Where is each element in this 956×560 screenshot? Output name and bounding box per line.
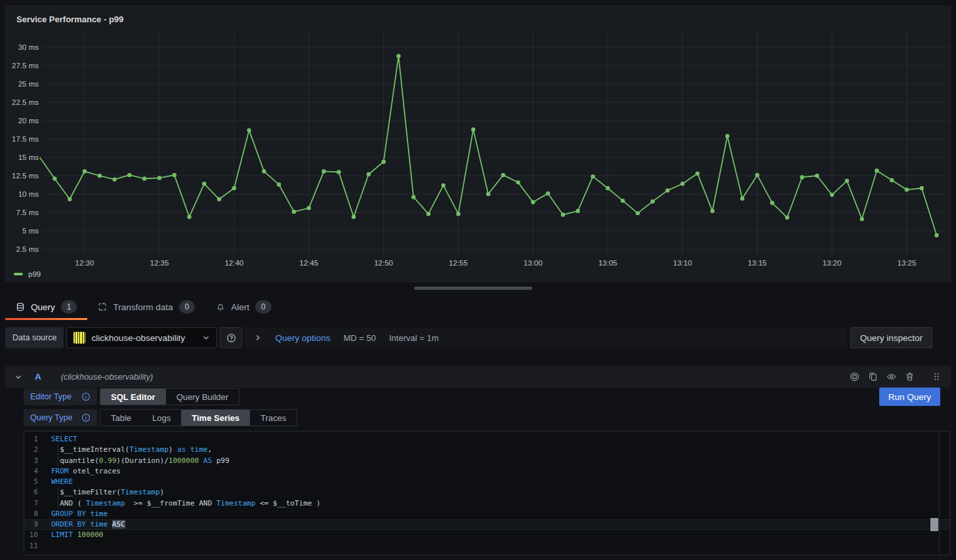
data-point[interactable] (247, 128, 251, 132)
data-point[interactable] (650, 199, 654, 203)
x-tick-label: 13:05 (598, 259, 617, 267)
data-point[interactable] (815, 174, 819, 178)
data-point[interactable] (740, 197, 744, 201)
data-point[interactable] (636, 211, 640, 215)
data-point[interactable] (322, 169, 325, 173)
data-point[interactable] (262, 169, 266, 173)
data-point[interactable] (755, 173, 759, 177)
data-point[interactable] (52, 176, 56, 180)
data-point[interactable] (187, 215, 191, 219)
data-point[interactable] (173, 173, 177, 177)
delete-icon[interactable] (904, 372, 915, 382)
indent-guide (58, 445, 58, 455)
data-point[interactable] (800, 175, 804, 179)
editor-type-option-sql-editor[interactable]: SQL Editor (100, 389, 166, 405)
code-line-content: quantile(0.99)(Duration)/1000000 AS p99 (51, 456, 949, 466)
timeseries-chart[interactable]: 2.5 ms5 ms7.5 ms10 ms12.5 ms15 ms17.5 ms… (6, 6, 950, 281)
data-point[interactable] (665, 188, 669, 192)
data-point[interactable] (860, 217, 863, 221)
run-query-button[interactable]: Run Query (879, 388, 940, 406)
code-line-11: 11 (24, 541, 949, 551)
tab-alert[interactable]: Alert0 (205, 294, 281, 320)
data-point[interactable] (411, 195, 415, 199)
editor-tabs: Query1Transform data0Alert0 (5, 294, 951, 320)
query-inspector-button[interactable]: Query inspector (850, 327, 932, 348)
data-point[interactable] (98, 174, 102, 178)
legend-series-label[interactable]: p99 (28, 270, 41, 278)
data-point[interactable] (680, 182, 684, 186)
duplicate-icon[interactable] (867, 372, 879, 382)
data-point[interactable] (770, 201, 774, 205)
data-point[interactable] (501, 173, 505, 177)
data-point[interactable] (621, 199, 625, 203)
data-point[interactable] (442, 183, 446, 187)
disable-icon[interactable] (849, 372, 860, 382)
data-point[interactable] (576, 209, 580, 213)
data-point[interactable] (83, 169, 87, 173)
query-type-option-traces[interactable]: Traces (250, 410, 297, 426)
data-point[interactable] (561, 212, 565, 216)
editor-type-option-query-builder[interactable]: Query Builder (166, 389, 239, 405)
data-point[interactable] (68, 197, 72, 201)
data-point[interactable] (486, 192, 490, 196)
tab-transform-data[interactable]: Transform data0 (87, 294, 205, 320)
tab-label: Alert (231, 302, 249, 312)
y-tick-label: 20 ms (18, 117, 39, 125)
data-point[interactable] (367, 172, 371, 176)
data-point[interactable] (890, 178, 894, 182)
data-point[interactable] (920, 186, 924, 190)
datasource-picker[interactable]: clickhouse-observability (66, 327, 217, 348)
data-point[interactable] (277, 182, 281, 186)
data-point[interactable] (112, 177, 116, 181)
data-point[interactable] (725, 134, 729, 138)
data-point[interactable] (606, 186, 610, 190)
timeseries-panel: Service Performance - p99 2.5 ms5 ms7.5 … (5, 5, 951, 282)
y-tick-label: 15 ms (18, 153, 39, 161)
chevron-down-icon (202, 334, 210, 342)
data-point[interactable] (292, 210, 296, 214)
data-point[interactable] (845, 179, 849, 183)
hide-icon[interactable] (886, 372, 897, 382)
data-point[interactable] (905, 188, 909, 191)
data-point[interactable] (142, 176, 146, 180)
query-type-option-table[interactable]: Table (100, 410, 142, 426)
data-point[interactable] (591, 174, 594, 178)
info-circle-icon[interactable] (81, 413, 91, 422)
data-point[interactable] (157, 176, 161, 180)
data-point[interactable] (711, 209, 715, 213)
data-point[interactable] (546, 191, 550, 195)
editor-type-row: Editor Type SQL EditorQuery Builder (24, 388, 239, 405)
data-point[interactable] (396, 54, 400, 58)
data-point[interactable] (516, 180, 520, 184)
data-point[interactable] (127, 173, 131, 177)
data-point[interactable] (337, 170, 341, 174)
query-type-option-logs[interactable]: Logs (142, 410, 181, 426)
collapse-chevron-down-icon[interactable] (14, 373, 22, 381)
datasource-help-button[interactable] (220, 327, 242, 348)
data-point[interactable] (352, 215, 356, 219)
data-point[interactable] (785, 216, 789, 220)
data-point[interactable] (232, 186, 236, 190)
data-point[interactable] (531, 200, 535, 204)
info-circle-icon[interactable] (81, 392, 91, 401)
data-point[interactable] (934, 233, 938, 237)
data-point[interactable] (456, 212, 460, 216)
tab-query[interactable]: Query1 (5, 294, 87, 320)
data-point[interactable] (875, 169, 879, 172)
panel-resize-handle[interactable] (414, 287, 532, 290)
data-point[interactable] (202, 182, 206, 186)
data-point[interactable] (426, 212, 430, 216)
clickhouse-logo-icon (73, 332, 85, 344)
data-point[interactable] (830, 193, 834, 197)
data-point[interactable] (471, 127, 475, 131)
query-options-link[interactable]: Query options (275, 333, 330, 343)
sql-code-editor[interactable]: 1SELECT2 $__timeInterval(Timestamp) as t… (24, 431, 950, 555)
query-type-option-time-series[interactable]: Time Series (181, 410, 250, 426)
drag-handle-icon[interactable] (932, 372, 942, 382)
data-point[interactable] (696, 171, 699, 175)
data-point[interactable] (307, 206, 311, 210)
chevron-right-icon[interactable] (254, 334, 262, 342)
data-point[interactable] (381, 160, 385, 164)
indent-guide (58, 498, 58, 509)
data-point[interactable] (217, 197, 221, 201)
